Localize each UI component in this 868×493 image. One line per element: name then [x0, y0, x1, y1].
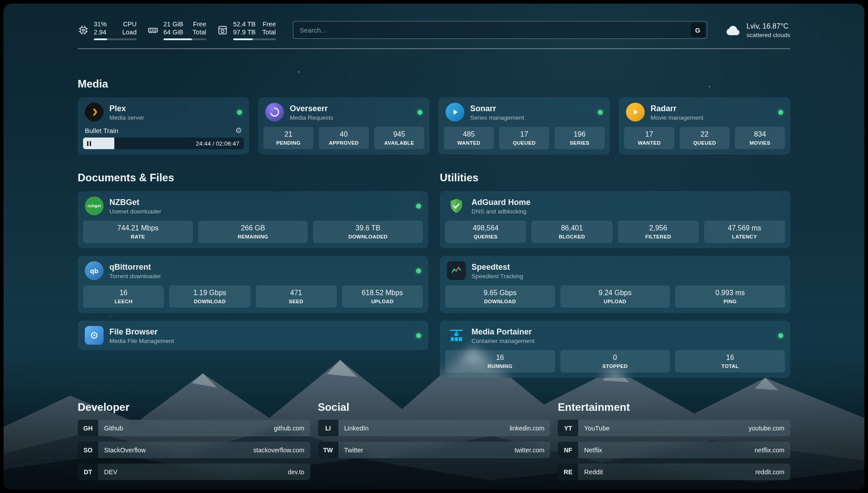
search-input[interactable] — [293, 21, 707, 39]
portainer-card[interactable]: Media Portainer Container management 16R… — [440, 321, 790, 378]
status-dot — [416, 268, 421, 273]
entertainment-column: Entertainment YT YouTube youtube.com NF … — [558, 401, 790, 480]
app-name: Radarr — [651, 104, 704, 113]
stat-upload: 618.52 MbpsUPLOAD — [342, 285, 423, 308]
speedtest-card[interactable]: Speedtest Speedtest Tracking 9.65 GbpsDO… — [440, 256, 790, 313]
disk-metric: 52.4 TBFree 97.9 TBTotal — [217, 20, 276, 40]
stat-ping: 0.993 msPING — [675, 285, 785, 308]
linkedin-badge: LI — [318, 420, 338, 436]
playback-time: 24:44 / 02:06:47 — [196, 140, 239, 147]
app-subtitle: Torrent downloader — [109, 273, 161, 280]
reddit-badge: RE — [558, 464, 578, 480]
plex-card[interactable]: Plex Media server Bullet Train ⚙ 24:44 /… — [78, 97, 249, 155]
pause-icon[interactable] — [87, 141, 91, 146]
content: 31%CPU 2.94Load 21 GiBFree 64 GiBTotal — [4, 4, 864, 489]
ram-icon — [147, 25, 159, 36]
speedtest-icon — [447, 261, 466, 280]
now-playing-title: Bullet Train — [85, 127, 118, 134]
app-subtitle: Container management — [472, 338, 534, 344]
overseerr-card[interactable]: Overseerr Media Requests 21PENDING 40APP… — [258, 97, 430, 155]
ram-total-value: 64 GiB — [163, 28, 183, 36]
app-name: qBittorrent — [109, 262, 161, 272]
link-reddit[interactable]: RE Reddit reddit.com — [558, 464, 790, 480]
developer-column: Developer GH Github github.com SO StackO… — [78, 401, 310, 480]
qbittorrent-card[interactable]: qb qBittorrent Torrent downloader 16LEEC… — [78, 256, 428, 313]
app-subtitle: Movie management — [651, 114, 704, 121]
middle-columns: Documents & Files nzbget NZBGet Usenet d… — [78, 171, 790, 378]
stat-remaining: 266 GBREMAINING — [198, 221, 308, 243]
radarr-icon — [626, 103, 645, 121]
disk-free-label: Free — [263, 20, 276, 28]
stat-upload: 9.24 GbpsUPLOAD — [560, 285, 670, 308]
stat-latency: 47.569 msLATENCY — [704, 221, 785, 243]
stat-queued: 22QUEUED — [680, 127, 730, 149]
stats-row: 498,564QUERIES 86,401BLOCKED 2,956FILTER… — [440, 221, 790, 248]
stat-series: 196SERIES — [555, 127, 605, 149]
weather-widget: Lviv, 16.87°C scattered clouds — [724, 22, 790, 38]
stat-rate: 744.21 MbpsRATE — [83, 221, 193, 243]
stat-stopped: 0STOPPED — [560, 350, 670, 372]
github-badge: GH — [78, 420, 98, 436]
stat-leech: 16LEECH — [83, 285, 164, 308]
stat-filtered: 2,956FILTERED — [618, 221, 699, 243]
overseerr-icon — [265, 103, 284, 121]
radarr-card[interactable]: Radarr Movie management 17WANTED 22QUEUE… — [619, 97, 790, 155]
cpu-usage-value: 31% — [94, 20, 107, 28]
app-subtitle: Media Requests — [290, 114, 334, 121]
stats-row: 9.65 GbpsDOWNLOAD 9.24 GbpsUPLOAD 0.993 … — [440, 285, 790, 313]
app-subtitle: Speedtest Tracking — [472, 273, 523, 280]
sonarr-card[interactable]: Sonarr Series management 485WANTED 17QUE… — [438, 97, 610, 155]
stat-approved: 40APPROVED — [319, 127, 369, 149]
app-name: Sonarr — [470, 104, 524, 113]
status-dot — [237, 110, 242, 115]
app-name: File Browser — [109, 327, 174, 337]
nzbget-card[interactable]: nzbget NZBGet Usenet downloader 744.21 M… — [78, 191, 428, 248]
cloud-icon — [724, 24, 741, 36]
nzbget-icon: nzbget — [85, 196, 104, 215]
stats-row: 744.21 MbpsRATE 266 GBREMAINING 39.6 TBD… — [78, 221, 428, 248]
adguard-card[interactable]: AdGuard Home DNS and adblocking 498,564Q… — [440, 191, 790, 248]
app-subtitle: Media server — [109, 114, 144, 121]
disk-icon — [217, 25, 228, 36]
ram-progress-bar — [163, 38, 206, 40]
disk-total-value: 97.9 TB — [233, 28, 256, 36]
social-column: Social LI LinkedIn linkedin.com TW Twitt… — [318, 401, 551, 480]
portainer-icon — [447, 326, 466, 345]
ram-total-label: Total — [192, 28, 206, 36]
link-netflix[interactable]: NF Netflix netflix.com — [558, 442, 790, 458]
stats-row: 16RUNNING 0STOPPED 16TOTAL — [440, 350, 790, 378]
qbittorrent-icon: qb — [85, 261, 104, 280]
filebrowser-card[interactable]: File Browser Media File Management — [78, 321, 428, 350]
cpu-load-value: 2.94 — [94, 28, 106, 36]
link-dev[interactable]: DT DEV dev.to — [78, 464, 310, 480]
search-engine-button[interactable]: G — [691, 23, 705, 37]
section-title-documents: Documents & Files — [78, 171, 428, 184]
cpu-metric: 31%CPU 2.94Load — [78, 20, 137, 40]
stat-pending: 21PENDING — [263, 127, 313, 149]
cpu-load-label: Load — [122, 28, 137, 36]
link-stackoverflow[interactable]: SO StackOverflow stackoverflow.com — [78, 442, 310, 458]
playback-progress-bar[interactable]: 24:44 / 02:06:47 — [83, 138, 244, 149]
stat-queued: 17QUEUED — [499, 127, 549, 149]
link-linkedin[interactable]: LI LinkedIn linkedin.com — [318, 420, 551, 436]
link-github[interactable]: GH Github github.com — [78, 420, 310, 436]
stats-row: 16LEECH 1.19 GbpsDOWNLOAD 471SEED 618.52… — [78, 285, 428, 313]
ram-progress-fill — [163, 38, 192, 40]
app-name: Speedtest — [472, 262, 523, 272]
plex-icon — [85, 103, 104, 121]
section-title-developer: Developer — [78, 401, 310, 414]
stat-seed: 471SEED — [256, 285, 337, 308]
bookmark-columns: Developer GH Github github.com SO StackO… — [78, 401, 790, 480]
settings-gear-icon[interactable]: ⚙ — [235, 127, 242, 134]
app-subtitle: Usenet downloader — [109, 208, 161, 215]
link-youtube[interactable]: YT YouTube youtube.com — [558, 420, 790, 436]
section-title-media: Media — [78, 78, 790, 90]
stat-blocked: 86,401BLOCKED — [531, 221, 612, 243]
link-twitter[interactable]: TW Twitter twitter.com — [318, 442, 551, 458]
cpu-label: CPU — [123, 20, 137, 28]
weather-condition: scattered clouds — [747, 32, 790, 38]
adguard-icon — [447, 196, 466, 215]
status-dot — [778, 333, 783, 338]
dashboard-page: 31%CPU 2.94Load 21 GiBFree 64 GiBTotal — [4, 4, 864, 489]
stat-downloaded: 39.6 TBDOWNLOADED — [313, 221, 423, 243]
